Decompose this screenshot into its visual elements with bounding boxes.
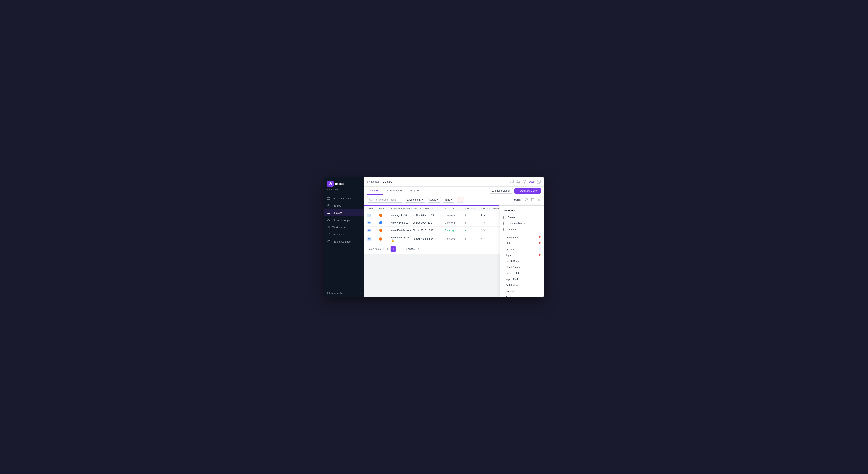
- tab-virtual-clusters[interactable]: Virtual Clusters: [383, 186, 407, 195]
- sidebar-item-audit-logs[interactable]: Audit Logs: [324, 231, 364, 238]
- filter-repave-status-expand[interactable]: › Repave Status: [500, 270, 544, 276]
- svg-rect-43: [369, 222, 370, 223]
- svg-rect-2: [329, 197, 330, 198]
- col-status-header: Status: [445, 207, 465, 210]
- chevron-right-icon: ›: [503, 296, 504, 297]
- filter-deleted[interactable]: Deleted: [500, 214, 544, 220]
- chat-icon[interactable]: [510, 180, 514, 184]
- location-icon[interactable]: [525, 198, 528, 201]
- filter-panel: All Filters × Deleted Updates Pending Im…: [500, 206, 544, 297]
- chevron-right-icon: ›: [503, 254, 504, 257]
- filter-tags-expand[interactable]: › Tags 📌: [500, 252, 544, 258]
- chevron-right-icon: ›: [503, 278, 504, 280]
- prev-page-icon[interactable]: [386, 247, 389, 250]
- filter-status-expand[interactable]: › Status 📌: [500, 240, 544, 246]
- filter-cloud-account-expand[interactable]: › Cloud Account: [500, 264, 544, 270]
- filter-imported[interactable]: Imported: [500, 227, 544, 232]
- add-new-cluster-button[interactable]: Add New Cluster: [515, 188, 541, 194]
- gear-icon[interactable]: [538, 198, 541, 201]
- col-type-header: Type: [367, 207, 379, 210]
- filter-architecture-expand[interactable]: › Architecture: [500, 282, 544, 288]
- filter-bar: Filter by cluster name Environment Statu…: [364, 195, 544, 205]
- docs-link[interactable]: Docs: [529, 180, 534, 183]
- filter-country-expand[interactable]: › Country: [500, 288, 544, 294]
- bell-icon[interactable]: [516, 180, 520, 184]
- filter-checkboxes: Deleted Updates Pending Imported: [500, 214, 544, 232]
- type-icon: [367, 237, 371, 241]
- tags-filter[interactable]: Tags: [443, 197, 455, 203]
- sidebar-item-profiles[interactable]: Profiles: [324, 202, 364, 209]
- pin-icon[interactable]: 📌: [538, 254, 541, 257]
- filter-region-expand[interactable]: › Region: [500, 294, 544, 297]
- sidebar-item-project-settings[interactable]: Project Settings: [324, 238, 364, 245]
- svg-rect-17: [329, 292, 330, 293]
- sidebar-item-project-overview[interactable]: Project Overview: [324, 195, 364, 202]
- svg-point-8: [328, 219, 329, 219]
- deleted-checkbox[interactable]: [503, 216, 506, 219]
- vm-icon-4: [368, 238, 371, 240]
- filter-updates-pending[interactable]: Updates Pending: [500, 220, 544, 227]
- vm-icon-2: [368, 222, 371, 224]
- import-cluster-button[interactable]: Import Cluster: [489, 188, 513, 194]
- chevron-right-icon: ›: [503, 284, 504, 287]
- sidebar-item-clusters[interactable]: Clusters: [324, 209, 364, 216]
- cluster-name: vmo-main-cluster 🔒: [391, 236, 413, 242]
- tab-clusters[interactable]: Clusters: [367, 186, 383, 195]
- svg-point-0: [330, 183, 331, 184]
- logo-icon: [327, 180, 334, 187]
- plus-icon: [517, 189, 519, 192]
- health-dot: [465, 222, 466, 224]
- page-1-button[interactable]: 1: [390, 246, 396, 252]
- updates-pending-checkbox[interactable]: [503, 222, 506, 225]
- filter-import-mode-expand[interactable]: › Import Mode: [500, 276, 544, 282]
- filter-environment-expand[interactable]: › Environment 📌: [500, 234, 544, 240]
- last-modified: 27 Nov 2024, 07:39: [413, 214, 445, 216]
- status-badge: Unknown: [445, 221, 455, 224]
- columns-icon[interactable]: [531, 198, 534, 201]
- help-icon[interactable]: [523, 180, 527, 184]
- app-wrapper: palette 4.6.0-25908 * Project Overview P…: [324, 177, 544, 297]
- filter-lines-icon: [459, 198, 462, 201]
- next-page-icon[interactable]: [398, 247, 400, 250]
- svg-point-28: [370, 199, 371, 200]
- tab-edge-hosts[interactable]: Edge Hosts: [407, 186, 427, 195]
- terminal-icon[interactable]: [537, 180, 541, 184]
- tabs-bar: Clusters Virtual Clusters Edge Hosts Imp…: [364, 186, 544, 195]
- filter-profiles-expand[interactable]: › Profiles: [500, 246, 544, 252]
- pin-icon[interactable]: 📌: [538, 236, 541, 239]
- version-text: 4.6.0-25908 *: [324, 188, 364, 193]
- svg-rect-39: [368, 214, 369, 215]
- svg-point-13: [328, 227, 329, 228]
- cluster-name: vm-migrate-06: [391, 214, 413, 216]
- svg-rect-45: [368, 230, 369, 231]
- svg-rect-21: [369, 180, 370, 181]
- status-filter[interactable]: Status: [427, 197, 441, 203]
- table-area: Type Env Cluster Name ⇅ Last Modified ⇅ …: [364, 206, 544, 297]
- settings-icon: [327, 226, 330, 229]
- chevron-down-icon-3: [451, 199, 453, 201]
- filter-health-status-expand[interactable]: › Health Status: [500, 258, 544, 264]
- sidebar-footer: spectro cloud ‹: [324, 289, 364, 297]
- tabs-actions: Import Cluster Add New Cluster: [489, 188, 541, 194]
- per-page-select[interactable]: 25 / page 50 / page 100 / page: [402, 247, 421, 251]
- status-badge: Unknown: [445, 214, 455, 216]
- all-filters-button[interactable]: [457, 197, 464, 203]
- pin-icon[interactable]: 📌: [538, 242, 541, 245]
- list-icon: [327, 211, 330, 214]
- topbar-actions: Docs: [510, 180, 541, 184]
- filter-panel-header: All Filters ×: [500, 209, 544, 214]
- env-indicator: [379, 229, 382, 232]
- sidebar-item-workspaces[interactable]: Workspaces: [324, 224, 364, 231]
- svg-point-33: [526, 199, 527, 200]
- filter-close-button[interactable]: ×: [539, 209, 541, 212]
- cluster-search[interactable]: Filter by cluster name: [367, 197, 403, 203]
- chevron-right-icon: ›: [503, 272, 504, 274]
- chevron-right-icon: ›: [503, 236, 504, 238]
- sidebar-collapse-btn[interactable]: ‹: [360, 292, 361, 295]
- sidebar-item-cluster-groups[interactable]: Cluster Groups: [324, 216, 364, 224]
- search-icon: [369, 199, 372, 201]
- col-env-header: Env: [379, 207, 391, 210]
- environment-filter[interactable]: Environment: [405, 197, 425, 203]
- imported-checkbox[interactable]: [503, 228, 506, 231]
- health-dot: [465, 230, 466, 231]
